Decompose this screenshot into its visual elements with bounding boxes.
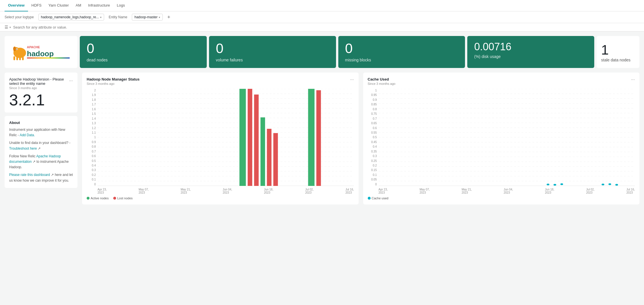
- active-nodes-legend-label: Active nodes: [91, 196, 109, 200]
- about-title: About: [9, 121, 73, 125]
- volume-failures-number: 0: [216, 42, 329, 55]
- about-text-1: Instrument your application with New Rel…: [9, 128, 65, 137]
- entity-chevron-icon: ▾: [159, 16, 160, 19]
- node-manager-chart-body: 2 1.9 1.8 1.7 1.6 1.5 1.4 1.3 1.2 1.1 1 …: [87, 89, 354, 187]
- nm-chart-plot: [98, 89, 354, 187]
- about-paragraph-3: Follow New Relic Apache Hadoop documenta…: [9, 154, 73, 170]
- search-bar: ☰ ▾: [0, 23, 644, 31]
- add-filter-button[interactable]: +: [167, 15, 170, 20]
- tab-am[interactable]: AM: [72, 0, 85, 11]
- missing-blocks-label: missing blocks: [345, 58, 458, 62]
- logtype-chevron-icon: ▾: [100, 16, 102, 19]
- cache-y-axis: 1 0.95 0.9 0.85 0.8 0.75 0.7 0.65 0.6 0.…: [368, 89, 379, 186]
- cache-legend: Cache used: [368, 196, 635, 200]
- version-subtitle: Since 3 months ago: [9, 86, 69, 90]
- tab-infrastructure[interactable]: Infrastructure: [85, 0, 114, 11]
- version-menu-button[interactable]: ...: [69, 77, 73, 82]
- svg-rect-33: [239, 89, 246, 186]
- nm-x-axis: Apr 23,2023 May 07,2023 May 21,2023 Jun …: [87, 187, 354, 194]
- svg-rect-8: [22, 57, 24, 60]
- search-input[interactable]: [13, 25, 99, 29]
- troubleshoot-link[interactable]: Troubleshoot here: [9, 147, 37, 151]
- node-manager-chart-card: Hadoop Node Manager Status Since 3 month…: [82, 73, 359, 204]
- active-nodes-dot: [87, 197, 90, 200]
- about-card: About Instrument your application with N…: [5, 116, 77, 188]
- entity-select[interactable]: hadoop-master ▾: [132, 14, 163, 21]
- bottom-row: Apache Hadoop Version - Please select th…: [5, 73, 639, 204]
- version-title: Apache Hadoop Version - Please select th…: [9, 77, 69, 86]
- about-paragraph-4: Please rate this dashboard ↗ here and le…: [9, 172, 73, 183]
- cache-chart-header: Cache Used Since 3 months ago ···: [368, 77, 635, 89]
- about-paragraph-1: Instrument your application with New Rel…: [9, 127, 73, 138]
- lost-nodes-legend-label: Lost nodes: [117, 196, 133, 200]
- hadoop-logo: APACHE hadoop: [5, 36, 77, 68]
- tab-logs[interactable]: Logs: [114, 0, 128, 11]
- about-paragraph-2: Unable to find data in your dashboard? -…: [9, 140, 73, 151]
- main-content: APACHE hadoop 0 dead node: [0, 31, 644, 209]
- svg-point-4: [16, 49, 17, 50]
- svg-point-63: [553, 184, 556, 186]
- svg-point-65: [601, 184, 604, 185]
- tab-overview[interactable]: Overview: [5, 0, 28, 11]
- stat-card-stale-nodes: 1 stale data nodes: [597, 36, 639, 68]
- about-body: Instrument your application with New Rel…: [9, 127, 73, 183]
- cache-chart-plot: [379, 89, 635, 187]
- filter-icon: ☰: [5, 25, 8, 29]
- left-panel: Apache Hadoop Version - Please select th…: [5, 73, 77, 204]
- version-card-header: Apache Hadoop Version - Please select th…: [9, 77, 73, 90]
- cache-chart-menu[interactable]: ···: [631, 77, 635, 82]
- top-nav: Overview HDFS Yarn Cluster AM Infrastruc…: [0, 0, 644, 11]
- svg-point-62: [546, 184, 549, 185]
- cache-x-axis: Apr 23,2023 May 07,2023 May 21,2023 Jun …: [368, 187, 635, 194]
- stat-card-disk-usage: 0.00716 (%) disk usage: [467, 36, 594, 68]
- logtype-value: hadoop_namenode_logs,hadoop_re...: [41, 15, 99, 19]
- nm-legend-active: Active nodes: [87, 196, 109, 200]
- node-manager-chart-menu[interactable]: ···: [350, 77, 354, 82]
- svg-text:APACHE: APACHE: [27, 45, 40, 49]
- dead-nodes-number: 0: [87, 42, 200, 55]
- stale-nodes-number: 1: [601, 42, 635, 58]
- svg-point-66: [608, 183, 611, 185]
- svg-point-64: [560, 183, 563, 185]
- volume-failures-label: volume failures: [216, 58, 329, 62]
- nm-chart-svg: [98, 89, 354, 186]
- svg-rect-36: [261, 117, 265, 186]
- logtype-label: Select your logtype: [5, 15, 34, 19]
- entity-value: hadoop-master: [134, 15, 158, 19]
- version-number: 3.2.1: [9, 92, 73, 108]
- about-text-3: Follow New Relic: [9, 154, 36, 158]
- stat-card-dead-nodes: 0 dead nodes: [80, 36, 207, 68]
- stale-nodes-label: stale data nodes: [601, 58, 635, 62]
- about-text-2: Unable to find data in your dashboard? -: [9, 141, 70, 145]
- svg-point-2: [13, 47, 16, 51]
- lost-nodes-dot: [113, 197, 116, 200]
- svg-rect-5: [13, 56, 15, 60]
- cache-chart-card: Cache Used Since 3 months ago ··· 1 0.95…: [363, 73, 640, 204]
- dead-nodes-label: dead nodes: [87, 58, 200, 62]
- logtype-select[interactable]: hadoop_namenode_logs,hadoop_re... ▾: [38, 14, 104, 21]
- svg-rect-35: [254, 95, 259, 186]
- charts-area: Hadoop Node Manager Status Since 3 month…: [82, 73, 639, 204]
- cache-used-legend-label: Cache used: [372, 196, 389, 200]
- disk-usage-number: 0.00716: [474, 42, 587, 52]
- svg-point-67: [615, 184, 618, 186]
- external-icon-2: ↗: [33, 160, 35, 164]
- node-manager-chart-info: Hadoop Node Manager Status Since 3 month…: [87, 77, 140, 89]
- external-icon-3: ↗: [51, 173, 54, 177]
- tab-hdfs[interactable]: HDFS: [28, 0, 45, 11]
- top-row: APACHE hadoop 0 dead node: [5, 36, 639, 68]
- cache-chart-body: 1 0.95 0.9 0.85 0.8 0.75 0.7 0.65 0.6 0.…: [368, 89, 635, 187]
- nm-y-axis: 2 1.9 1.8 1.7 1.6 1.5 1.4 1.3 1.2 1.1 1 …: [87, 89, 98, 186]
- svg-rect-11: [27, 57, 70, 59]
- tab-yarn-cluster[interactable]: Yarn Cluster: [45, 0, 72, 11]
- filter-bar: Select your logtype hadoop_namenode_logs…: [0, 11, 644, 23]
- rate-dashboard-link[interactable]: Please rate this dashboard: [9, 173, 50, 177]
- cache-chart-subtitle: Since 3 months ago: [368, 82, 395, 85]
- svg-rect-7: [19, 57, 21, 60]
- svg-rect-40: [316, 90, 321, 186]
- missing-blocks-number: 0: [345, 42, 458, 55]
- entity-label: Entity Name: [109, 15, 127, 19]
- filter-icon-area[interactable]: ☰ ▾: [5, 25, 11, 29]
- add-data-link[interactable]: Add Data.: [20, 133, 35, 137]
- node-manager-chart-subtitle: Since 3 months ago: [87, 82, 140, 85]
